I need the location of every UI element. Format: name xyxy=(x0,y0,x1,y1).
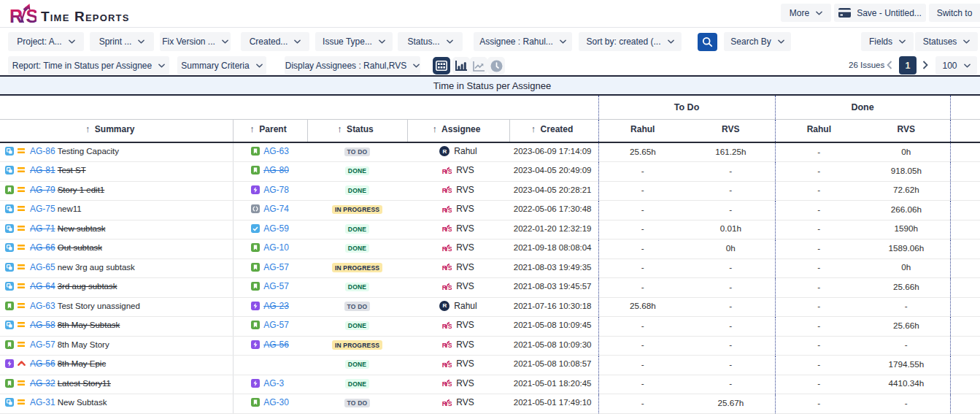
svg-text:S: S xyxy=(448,380,452,387)
svg-text:S: S xyxy=(448,323,452,329)
svg-text:S: S xyxy=(448,187,452,193)
svg-text:S: S xyxy=(448,207,452,213)
svg-text:S: S xyxy=(448,245,452,252)
svg-text:S: S xyxy=(448,284,452,291)
svg-text:S: S xyxy=(448,168,452,175)
svg-text:S: S xyxy=(448,264,452,271)
svg-text:S: S xyxy=(448,400,452,407)
svg-text:S: S xyxy=(448,361,452,368)
svg-text:S: S xyxy=(26,6,37,25)
svg-text:S: S xyxy=(448,226,452,232)
svg-text:S: S xyxy=(448,342,452,348)
